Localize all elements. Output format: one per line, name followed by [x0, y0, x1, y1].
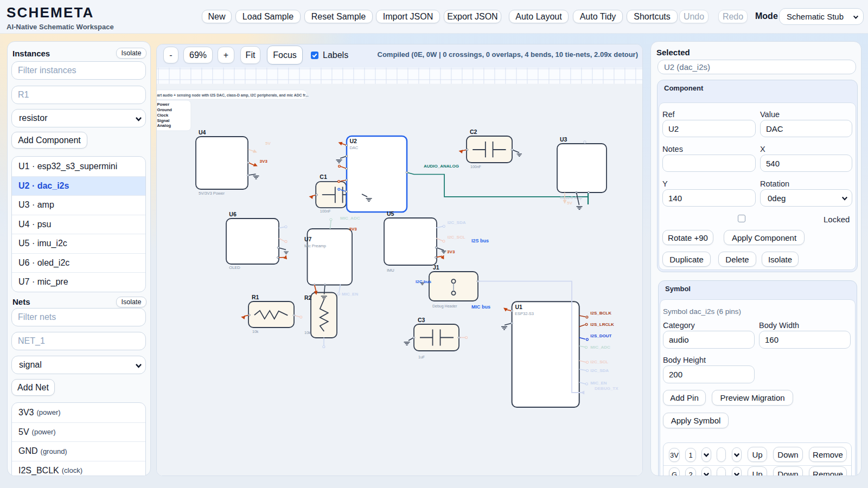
svg-text:U2: U2	[349, 138, 357, 144]
svg-text:I2C bus: I2C bus	[416, 279, 431, 284]
svg-text:I2C_SCL: I2C_SCL	[448, 235, 465, 240]
svg-text:U6: U6	[229, 211, 237, 217]
svg-text:Ground: Ground	[157, 107, 173, 112]
svg-text:DEBUG_TX: DEBUG_TX	[595, 386, 618, 391]
svg-text:Power: Power	[157, 102, 170, 107]
svg-text:C2: C2	[470, 129, 477, 135]
svg-text:MIC bus: MIC bus	[471, 304, 490, 310]
svg-text:Signal: Signal	[157, 118, 170, 123]
svg-text:3V3: 3V3	[349, 227, 358, 232]
svg-text:R2: R2	[304, 294, 312, 301]
svg-text:U4: U4	[199, 129, 206, 136]
svg-text:1uF: 1uF	[418, 355, 425, 359]
svg-text:art audio + sensing node with: art audio + sensing node with I2S DAC, c…	[157, 93, 309, 98]
svg-text:5V/3V3 Power: 5V/3V3 Power	[199, 191, 225, 196]
svg-text:I2C_SDA: I2C_SDA	[590, 368, 609, 373]
svg-text:I2S_DOUT: I2S_DOUT	[590, 333, 611, 338]
svg-text:MIC_EN: MIC_EN	[590, 381, 607, 386]
svg-text:3V3: 3V3	[260, 159, 268, 164]
svg-text:3V3: 3V3	[447, 249, 455, 254]
svg-text:I2S bus: I2S bus	[471, 238, 489, 243]
svg-text:5V: 5V	[265, 141, 271, 146]
svg-text:DAC: DAC	[349, 145, 358, 150]
svg-text:MIC_EN: MIC_EN	[342, 292, 358, 297]
svg-text:100nF: 100nF	[320, 209, 331, 213]
svg-text:U7: U7	[304, 236, 312, 242]
svg-text:ESP32-S3: ESP32-S3	[515, 311, 534, 316]
svg-text:AUDIO_ANALOG: AUDIO_ANALOG	[424, 164, 459, 169]
svg-text:MIC_ADC: MIC_ADC	[340, 216, 360, 221]
svg-text:I2S_BCLK: I2S_BCLK	[590, 311, 611, 316]
svg-text:U1: U1	[515, 304, 523, 310]
svg-text:Debug Header: Debug Header	[432, 304, 457, 309]
svg-text:Analog: Analog	[157, 123, 171, 128]
svg-text:5V: 5V	[567, 201, 572, 206]
svg-text:10k: 10k	[252, 330, 259, 333]
svg-text:C3: C3	[418, 317, 425, 323]
svg-text:I2C_SDA: I2C_SDA	[448, 220, 466, 225]
svg-text:100nF: 100nF	[470, 165, 481, 169]
svg-text:I2S_LRCLK: I2S_LRCLK	[590, 322, 614, 327]
svg-text:I2C_SCL: I2C_SCL	[590, 359, 608, 364]
svg-text:10k: 10k	[304, 331, 311, 335]
svg-text:J1: J1	[433, 264, 439, 271]
svg-text:OLED: OLED	[229, 265, 240, 270]
svg-text:IMU: IMU	[387, 268, 394, 273]
svg-text:Class-D Amp: Class-D Amp	[560, 196, 582, 200]
svg-text:R1: R1	[252, 294, 259, 300]
svg-text:Mic Preamp: Mic Preamp	[304, 243, 326, 248]
svg-text:U5: U5	[387, 210, 394, 217]
svg-text:C1: C1	[320, 174, 327, 180]
svg-text:MIC_ADC: MIC_ADC	[590, 345, 610, 350]
svg-text:U3: U3	[560, 136, 567, 143]
svg-text:Clock: Clock	[157, 113, 169, 118]
